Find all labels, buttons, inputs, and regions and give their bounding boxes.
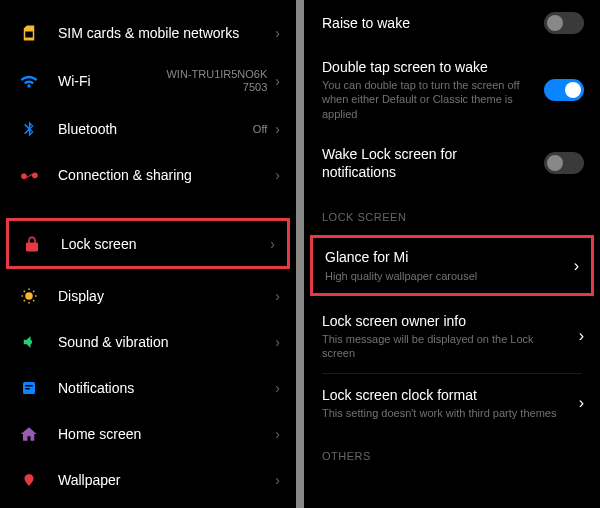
glance-sub: High quality wallpaper carousel: [325, 269, 564, 283]
owner-info-title: Lock screen owner info: [322, 312, 569, 330]
wallpaper-icon: [18, 469, 40, 491]
wallpaper-row[interactable]: Wallpaper ›: [0, 457, 296, 503]
wake-lock-title: Wake Lock screen for notifications: [322, 145, 534, 181]
svg-line-5: [24, 291, 25, 292]
chevron-right-icon: ›: [275, 25, 280, 41]
svg-rect-10: [25, 385, 33, 387]
connection-label: Connection & sharing: [58, 167, 275, 183]
connection-sharing-row[interactable]: Connection & sharing ›: [0, 152, 296, 198]
home-label: Home screen: [58, 426, 275, 442]
chevron-right-icon: ›: [275, 121, 280, 137]
chevron-right-icon: ›: [270, 236, 275, 252]
chevron-right-icon: ›: [275, 334, 280, 350]
lock-screen-settings-panel: Raise to wake Double tap screen to wake …: [304, 0, 600, 508]
chevron-right-icon: ›: [579, 394, 584, 412]
bluetooth-row[interactable]: Bluetooth Off ›: [0, 106, 296, 152]
lock-screen-row[interactable]: Lock screen ›: [9, 221, 287, 266]
glance-row[interactable]: Glance for Mi High quality wallpaper car…: [313, 238, 591, 292]
home-screen-row[interactable]: Home screen ›: [0, 411, 296, 457]
bluetooth-label: Bluetooth: [58, 121, 253, 137]
svg-line-7: [24, 301, 25, 302]
raise-to-wake-toggle[interactable]: [544, 12, 584, 34]
double-tap-toggle[interactable]: [544, 79, 584, 101]
notifications-label: Notifications: [58, 380, 275, 396]
wallpaper-label: Wallpaper: [58, 472, 275, 488]
sound-label: Sound & vibration: [58, 334, 275, 350]
others-section-header: OTHERS: [304, 432, 600, 470]
double-tap-title: Double tap screen to wake: [322, 58, 534, 76]
lock-screen-section-header: LOCK SCREEN: [304, 193, 600, 231]
wifi-label: Wi-Fi: [58, 73, 166, 89]
wifi-value: WIN-TRU1IR5NO6K 7503: [166, 68, 267, 94]
sim-cards-label: SIM cards & mobile networks: [58, 25, 275, 41]
notifications-row[interactable]: Notifications ›: [0, 365, 296, 411]
wake-lock-toggle[interactable]: [544, 152, 584, 174]
svg-line-8: [33, 291, 34, 292]
bluetooth-icon: [18, 118, 40, 140]
clock-format-sub: This setting doesn't work with third par…: [322, 406, 569, 420]
chevron-right-icon: ›: [275, 73, 280, 89]
display-row[interactable]: Display ›: [0, 273, 296, 319]
chevron-right-icon: ›: [275, 167, 280, 183]
glance-highlight: Glance for Mi High quality wallpaper car…: [310, 235, 594, 295]
notifications-icon: [18, 377, 40, 399]
svg-rect-11: [25, 388, 30, 390]
chevron-right-icon: ›: [275, 380, 280, 396]
chevron-right-icon: ›: [579, 327, 584, 345]
chevron-right-icon: ›: [574, 257, 579, 275]
settings-list-left: SIM cards & mobile networks › Wi-Fi WIN-…: [0, 0, 296, 508]
display-label: Display: [58, 288, 275, 304]
clock-format-row[interactable]: Lock screen clock format This setting do…: [304, 374, 600, 432]
sim-card-icon: [18, 22, 40, 44]
wake-lock-row[interactable]: Wake Lock screen for notifications: [304, 133, 600, 193]
raise-to-wake-title: Raise to wake: [322, 14, 534, 32]
lock-screen-highlight: Lock screen ›: [6, 218, 290, 269]
sound-icon: [18, 331, 40, 353]
themes-row[interactable]: Themes ›: [0, 503, 296, 508]
svg-line-6: [33, 301, 34, 302]
home-icon: [18, 423, 40, 445]
chevron-right-icon: ›: [275, 288, 280, 304]
svg-point-0: [25, 293, 33, 301]
owner-info-sub: This message will be displayed on the Lo…: [322, 332, 569, 361]
wifi-icon: [18, 70, 40, 92]
lock-screen-label: Lock screen: [61, 236, 270, 252]
clock-format-title: Lock screen clock format: [322, 386, 569, 404]
chevron-right-icon: ›: [275, 426, 280, 442]
chevron-right-icon: ›: [275, 472, 280, 488]
sim-cards-row[interactable]: SIM cards & mobile networks ›: [0, 10, 296, 56]
wifi-row[interactable]: Wi-Fi WIN-TRU1IR5NO6K 7503 ›: [0, 56, 296, 106]
lock-icon: [21, 233, 43, 255]
raise-to-wake-row[interactable]: Raise to wake: [304, 0, 600, 46]
bluetooth-value: Off: [253, 123, 267, 136]
sound-row[interactable]: Sound & vibration ›: [0, 319, 296, 365]
connection-icon: [18, 164, 40, 186]
glance-title: Glance for Mi: [325, 248, 564, 266]
double-tap-sub: You can double tap to turn the screen of…: [322, 78, 534, 121]
owner-info-row[interactable]: Lock screen owner info This message will…: [304, 300, 600, 373]
display-icon: [18, 285, 40, 307]
double-tap-row[interactable]: Double tap screen to wake You can double…: [304, 46, 600, 133]
